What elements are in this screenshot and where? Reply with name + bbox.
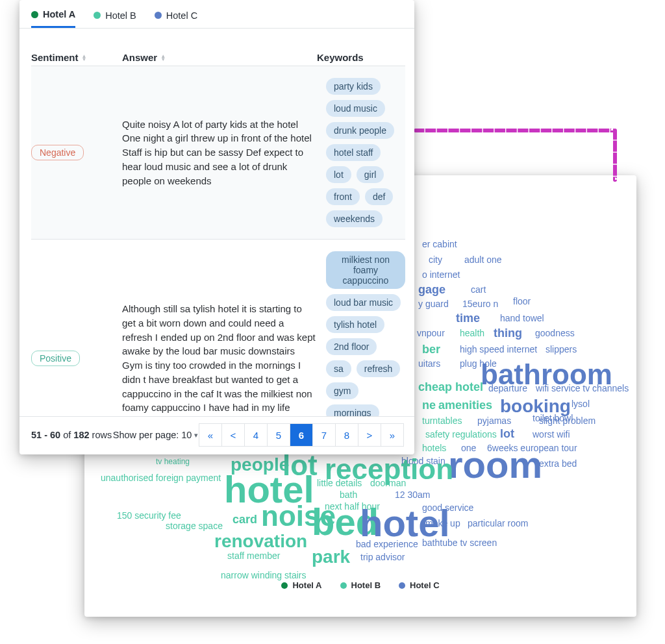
keyword-pill[interactable]: girl	[357, 166, 384, 183]
cloud-word[interactable]: 15euro n	[462, 299, 498, 309]
cloud-word[interactable]: bath	[340, 489, 357, 500]
cloud-word[interactable]: er cabint	[422, 239, 457, 249]
cloud-word[interactable]: ne	[422, 399, 436, 412]
keyword-pill[interactable]: front	[326, 188, 360, 205]
cloud-word[interactable]: thing	[494, 327, 522, 340]
column-sentiment-label: Sentiment	[31, 52, 79, 63]
cloud-word[interactable]: adult one	[464, 254, 502, 265]
pager-button[interactable]: <	[221, 423, 245, 447]
cloud-word[interactable]: hotels	[422, 443, 446, 453]
cloud-word[interactable]: bad experience	[356, 539, 418, 549]
sort-icon[interactable]: ▲▼	[82, 55, 87, 61]
pager-button[interactable]: 6	[290, 423, 313, 447]
cloud-word[interactable]: floor	[513, 296, 531, 306]
cloud-word[interactable]: y guard	[418, 299, 449, 309]
legend-dot	[94, 12, 101, 19]
cloud-word[interactable]: lysol	[571, 399, 590, 409]
cloud-word[interactable]: o internet	[422, 269, 460, 280]
cloud-word[interactable]: 150 security fee	[117, 510, 181, 521]
keyword-pill[interactable]: sa	[326, 360, 351, 377]
legend-item: Hotel A	[281, 580, 321, 590]
keyword-pill[interactable]: loud bar music	[326, 294, 401, 311]
cloud-word[interactable]: make up	[425, 518, 460, 528]
pager-button[interactable]: >	[358, 423, 381, 447]
tab-hotel-b[interactable]: Hotel B	[94, 9, 136, 28]
cloud-word[interactable]: slippers	[546, 344, 577, 354]
keyword-pill[interactable]: hotel staff	[326, 144, 381, 161]
cloud-word[interactable]: storage space	[166, 521, 223, 531]
legend-dot	[340, 582, 347, 589]
pager-button[interactable]: 8	[335, 423, 358, 447]
keyword-pill[interactable]: mornings	[326, 404, 379, 416]
cloud-word[interactable]: little details	[317, 478, 362, 488]
cloud-word[interactable]: worst wifi	[533, 429, 570, 440]
cloud-word[interactable]: 12 30am	[395, 489, 430, 500]
cloud-word[interactable]: card	[232, 513, 257, 526]
cloud-word[interactable]: turntables	[422, 415, 462, 426]
cloud-word[interactable]: time	[456, 312, 480, 325]
answer-text: Quite noisy A lot of party kids at the h…	[122, 118, 326, 188]
cloud-word[interactable]: unauthorised foreign payment	[101, 473, 221, 483]
cloud-word[interactable]: hand towel	[500, 313, 544, 323]
keyword-pill[interactable]: gym	[326, 382, 358, 399]
per-page-select[interactable]: Show per page: 10 ▾	[113, 430, 199, 440]
cloud-word[interactable]: cheap hotel	[418, 380, 483, 394]
table-row: PositiveAlthough still sa tylish hotel i…	[31, 239, 405, 416]
cloud-word[interactable]: vnpour	[417, 328, 445, 338]
column-answer[interactable]: Answer ▲▼	[122, 52, 317, 63]
cloud-word[interactable]: wifi service tv channels	[536, 383, 629, 393]
cloud-word[interactable]: health	[460, 328, 484, 338]
cloud-word[interactable]: departure	[488, 383, 527, 393]
cloud-word[interactable]: city	[429, 254, 442, 265]
cloud-word[interactable]: cart	[471, 284, 486, 295]
keyword-pill[interactable]: 2nd floor	[326, 338, 377, 355]
keyword-pill[interactable]: weekends	[326, 210, 383, 227]
pager-button[interactable]: 5	[267, 423, 290, 447]
cloud-word[interactable]: lot	[500, 427, 514, 441]
pager-button[interactable]: «	[199, 423, 222, 447]
column-sentiment[interactable]: Sentiment ▲▼	[31, 52, 122, 63]
connector-line-h	[414, 129, 615, 132]
cloud-word[interactable]: narrow winding stairs	[221, 570, 307, 580]
cloud-word[interactable]: goodness	[535, 328, 575, 338]
cloud-word[interactable]: pyjamas	[477, 415, 511, 426]
connector-line-v	[613, 129, 617, 182]
cloud-word[interactable]: particular room	[468, 518, 528, 528]
cloud-word[interactable]: room	[448, 443, 542, 486]
cloud-word[interactable]: doorman	[370, 478, 406, 488]
cloud-word[interactable]: extra bed	[539, 458, 577, 469]
keyword-pill[interactable]: tylish hotel	[326, 316, 384, 333]
cloud-word[interactable]: slight problem	[539, 415, 596, 426]
cloud-word[interactable]: safety regulations	[425, 429, 497, 440]
cloud-word[interactable]: uitars	[418, 358, 440, 369]
keyword-pill[interactable]: refresh	[357, 360, 401, 377]
table-body[interactable]: NegativeQuite noisy A lot of party kids …	[31, 66, 412, 416]
cloud-word[interactable]: high speed internet	[460, 344, 537, 354]
cloud-word[interactable]: tv heating	[156, 457, 190, 466]
pager-button[interactable]: 7	[312, 423, 336, 447]
sentiment-badge: Negative	[31, 145, 84, 160]
keyword-pill[interactable]: drunk people	[326, 122, 394, 139]
keyword-pill[interactable]: milkiest non foamy cappuccino	[326, 251, 405, 289]
cloud-word[interactable]: ber	[422, 343, 440, 356]
keyword-pill[interactable]: loud music	[326, 100, 385, 117]
legend-dot	[31, 11, 38, 18]
cloud-word[interactable]: gage	[418, 283, 445, 297]
legend-dot	[281, 582, 288, 589]
sentiment-badge: Positive	[31, 351, 80, 366]
cloud-word[interactable]: bathtube tv screen	[422, 538, 497, 548]
keyword-pill[interactable]: def	[365, 188, 393, 205]
tab-hotel-c[interactable]: Hotel C	[155, 9, 197, 28]
cloud-word[interactable]: amenities	[438, 399, 492, 412]
sort-icon[interactable]: ▲▼	[160, 55, 166, 61]
cloud-word[interactable]: staff member	[227, 551, 280, 561]
keyword-pill[interactable]: lot	[326, 166, 351, 183]
pager-button[interactable]: 4	[244, 423, 268, 447]
cloud-word[interactable]: park	[312, 547, 350, 567]
cloud-word[interactable]: trip advisor	[360, 552, 405, 562]
legend-item: Hotel B	[340, 580, 381, 590]
keyword-pill[interactable]: party kids	[326, 78, 381, 95]
tab-hotel-a[interactable]: Hotel A	[31, 9, 75, 28]
pager-button[interactable]: »	[381, 423, 404, 447]
cloud-word[interactable]: renovation	[214, 531, 307, 552]
